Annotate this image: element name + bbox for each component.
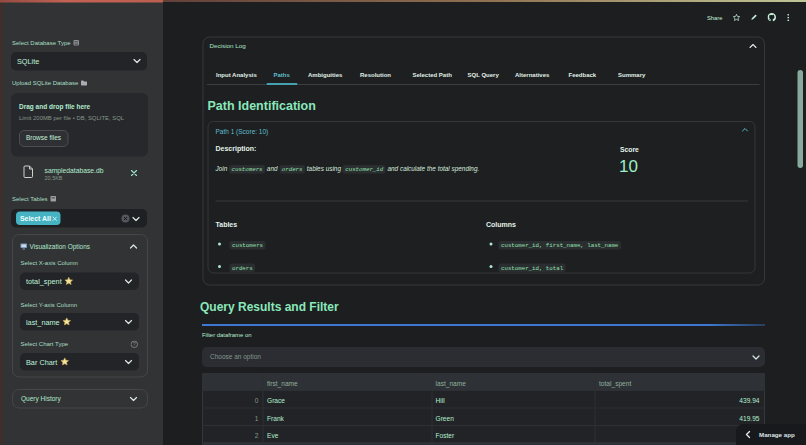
svg-text:?: ? (133, 342, 136, 347)
